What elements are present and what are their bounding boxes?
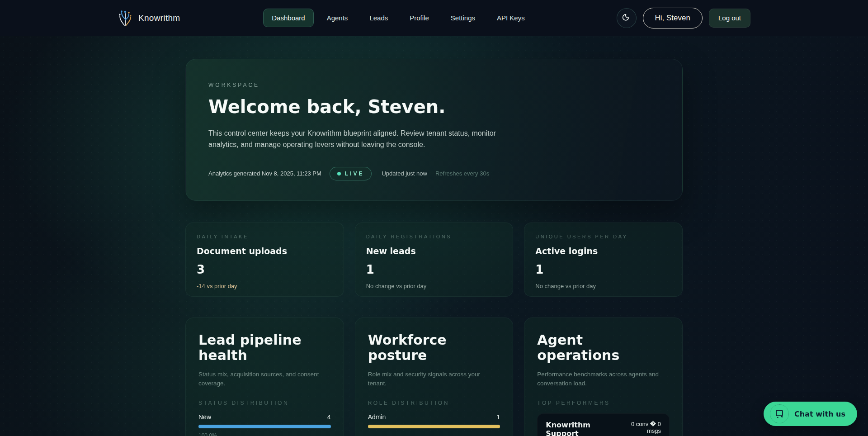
stat-title: New leads (366, 246, 502, 256)
live-dot-icon (337, 172, 341, 175)
welcome-description: This control center keeps your Knowrithm… (208, 128, 498, 151)
moon-icon (622, 12, 632, 24)
agent-operations-panel: Agent operations Performance benchmarks … (524, 318, 683, 436)
nav-tab-settings[interactable]: Settings (442, 9, 484, 27)
brand-name: Knowrithm (138, 13, 180, 23)
workspace-eyebrow: WORKSPACE (208, 82, 660, 88)
nav-tab-agents[interactable]: Agents (318, 9, 357, 27)
stat-card-active-logins: UNIQUE USERS PER DAY Active logins 1 No … (524, 223, 683, 297)
status-distribution-heading: STATUS DISTRIBUTION (198, 400, 331, 406)
analytics-meta-row: Analytics generated Nov 8, 2025, 11:23 P… (208, 167, 660, 180)
top-nav: Knowrithm Dashboard Agents Leads Profile… (0, 0, 868, 36)
stat-eyebrow: DAILY INTAKE (197, 234, 333, 239)
stat-card-new-leads: DAILY REGISTRATIONS New leads 1 No chang… (355, 223, 514, 297)
analytics-generated-text: Analytics generated Nov 8, 2025, 11:23 P… (208, 170, 321, 177)
refresh-text: Refreshes every 30s (435, 170, 489, 177)
role-label: Admin (368, 413, 386, 421)
stat-delta: -14 vs prior day (197, 283, 333, 289)
nav-tab-leads[interactable]: Leads (361, 9, 396, 27)
status-label: New (198, 413, 211, 421)
theme-toggle-button[interactable] (617, 8, 637, 28)
top-performers-heading: TOP PERFORMERS (537, 400, 670, 406)
status-bar (198, 425, 331, 428)
nav-tab-profile[interactable]: Profile (401, 9, 438, 27)
status-value: 4 (327, 413, 331, 421)
role-bar (368, 425, 500, 428)
detail-panels-row: Lead pipeline health Status mix, acquisi… (185, 318, 683, 436)
chat-icon (770, 404, 789, 423)
stat-card-document-uploads: DAILY INTAKE Document uploads 3 -14 vs p… (185, 223, 344, 297)
nav-tabs: Dashboard Agents Leads Profile Settings … (180, 9, 616, 27)
live-label: LIVE (345, 171, 364, 177)
stat-value: 1 (535, 263, 671, 276)
updated-text: Updated just now (382, 170, 427, 177)
nav-tab-api-keys[interactable]: API Keys (488, 9, 533, 27)
status-row: New 4 (198, 413, 331, 421)
stat-delta: No change vs prior day (535, 283, 671, 289)
nav-tab-dashboard[interactable]: Dashboard (263, 9, 313, 27)
panel-title: Lead pipeline health (198, 332, 331, 364)
logout-button[interactable]: Log out (709, 9, 750, 28)
stat-eyebrow: UNIQUE USERS PER DAY (535, 234, 671, 239)
stat-title: Document uploads (197, 246, 333, 256)
lead-pipeline-panel: Lead pipeline health Status mix, acquisi… (185, 318, 344, 436)
stat-delta: No change vs prior day (366, 283, 502, 289)
panel-title: Workforce posture (368, 332, 500, 364)
page-title: Welcome back, Steven. (208, 96, 660, 117)
stat-eyebrow: DAILY REGISTRATIONS (366, 234, 502, 239)
role-value: 1 (497, 413, 500, 421)
welcome-card: WORKSPACE Welcome back, Steven. This con… (185, 59, 683, 201)
user-greeting-button[interactable]: Hi, Steven (643, 8, 703, 28)
knowrithm-logo-icon (118, 8, 133, 28)
stat-value: 3 (197, 263, 333, 276)
stat-cards-row: DAILY INTAKE Document uploads 3 -14 vs p… (185, 223, 683, 297)
chat-label: Chat with us (794, 410, 845, 418)
performer-stats: 0 conv � 0 msgs (619, 421, 661, 434)
brand: Knowrithm (118, 8, 180, 28)
chat-with-us-button[interactable]: Chat with us (764, 402, 857, 426)
live-status-badge: LIVE (330, 167, 372, 180)
nav-actions: Hi, Steven Log out (617, 8, 750, 28)
performer-name: Knowrithm Support (546, 421, 619, 436)
stat-value: 1 (366, 263, 502, 276)
stat-title: Active logins (535, 246, 671, 256)
status-percent: 100.0% (198, 432, 331, 436)
panel-title: Agent operations (537, 332, 670, 364)
workforce-posture-panel: Workforce posture Role mix and security … (355, 318, 514, 436)
panel-subtitle: Role mix and security signals across you… (368, 370, 500, 389)
role-row: Admin 1 (368, 413, 500, 421)
performer-card: Knowrithm Support Active 0 conv � 0 msgs… (537, 413, 670, 436)
role-distribution-heading: ROLE DISTRIBUTION (368, 400, 500, 406)
panel-subtitle: Status mix, acquisition sources, and con… (198, 370, 331, 389)
panel-subtitle: Performance benchmarks across agents and… (537, 370, 670, 389)
